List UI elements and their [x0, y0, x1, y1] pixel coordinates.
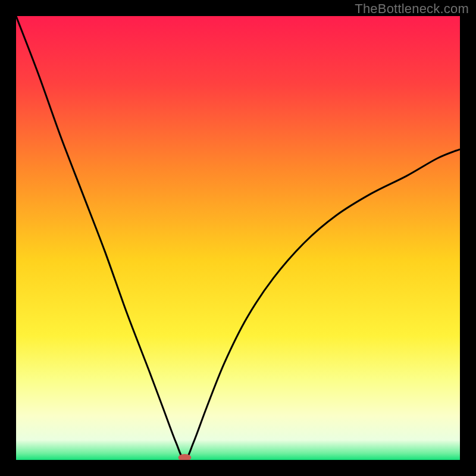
chart-svg	[16, 16, 460, 460]
chart-background	[16, 16, 460, 460]
watermark-text: TheBottleneck.com	[355, 1, 469, 17]
chart-plot	[16, 16, 460, 460]
chart-frame: TheBottleneck.com	[0, 0, 476, 476]
